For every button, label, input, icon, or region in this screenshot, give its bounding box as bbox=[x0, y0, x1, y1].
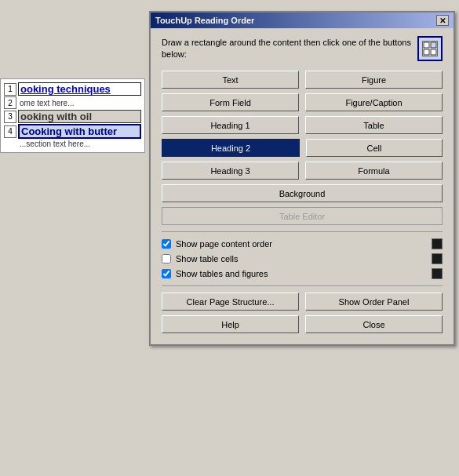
show-table-cells-checkbox[interactable] bbox=[162, 254, 171, 263]
tables-figures-color-swatch bbox=[432, 268, 443, 279]
show-page-content-order-label: Show page content order bbox=[176, 239, 427, 249]
figure-button[interactable]: Figure bbox=[305, 71, 443, 89]
doc-heading-3: ooking with oil bbox=[18, 110, 141, 123]
doc-text-5: ...section text here... bbox=[18, 140, 141, 148]
btn-row-3: Heading 1 Table bbox=[162, 116, 443, 134]
figure-caption-button[interactable]: Figure/Caption bbox=[305, 93, 443, 111]
doc-number-3: 3 bbox=[4, 111, 16, 123]
bottom-btn-row-2: Help Close bbox=[162, 315, 443, 333]
show-order-panel-button[interactable]: Show Order Panel bbox=[305, 293, 443, 311]
checkbox-row-2: Show table cells bbox=[162, 253, 443, 264]
doc-item-1: 1 ooking techniques bbox=[4, 82, 141, 96]
help-button[interactable]: Help bbox=[162, 315, 299, 333]
dialog-titlebar: TouchUp Reading Order ✕ bbox=[151, 13, 454, 28]
btn-row-4: Heading 2 Cell bbox=[162, 139, 443, 157]
svg-rect-1 bbox=[431, 42, 436, 48]
doc-number-2: 2 bbox=[4, 96, 16, 109]
show-tables-figures-checkbox[interactable] bbox=[162, 269, 171, 278]
bottom-btn-row-1: Clear Page Structure... Show Order Panel bbox=[162, 293, 443, 311]
show-page-content-order-checkbox[interactable] bbox=[162, 239, 171, 249]
heading3-button[interactable]: Heading 3 bbox=[162, 162, 299, 180]
structure-icon-inner bbox=[422, 41, 438, 56]
btn-row-2: Form Field Figure/Caption bbox=[162, 93, 443, 111]
svg-rect-2 bbox=[424, 49, 429, 55]
doc-number-1: 1 bbox=[4, 83, 16, 96]
doc-text-2: ome text here... bbox=[18, 99, 141, 107]
table-button[interactable]: Table bbox=[305, 116, 443, 134]
dialog-body: Draw a rectangle around the content then… bbox=[151, 28, 454, 344]
checkbox-row-3: Show tables and figures bbox=[162, 268, 443, 279]
formula-button[interactable]: Formula bbox=[305, 162, 443, 180]
doc-item-3: 3 ooking with oil bbox=[4, 110, 141, 123]
close-icon[interactable]: ✕ bbox=[436, 15, 449, 26]
cell-button[interactable]: Cell bbox=[306, 139, 443, 157]
separator-1 bbox=[162, 231, 443, 232]
btn-row-1: Text Figure bbox=[162, 71, 443, 89]
checkbox-row-1: Show page content order bbox=[162, 238, 443, 249]
doc-heading-1-text: ooking techniques bbox=[20, 83, 111, 95]
structure-svg bbox=[423, 42, 437, 56]
instruction-row: Draw a rectangle around the content then… bbox=[162, 36, 443, 61]
touchup-reading-order-dialog: TouchUp Reading Order ✕ Draw a rectangle… bbox=[149, 11, 455, 346]
doc-heading-selected: Cooking with butter bbox=[18, 124, 141, 139]
table-editor-button: Table Editor bbox=[162, 207, 443, 225]
btn-row-5: Heading 3 Formula bbox=[162, 162, 443, 180]
dialog-title: TouchUp Reading Order bbox=[155, 16, 254, 25]
doc-item-2: 2 ome text here... bbox=[4, 96, 141, 109]
show-tables-figures-label: Show tables and figures bbox=[176, 269, 427, 278]
clear-page-structure-button[interactable]: Clear Page Structure... bbox=[162, 293, 299, 311]
instruction-text: Draw a rectangle around the content then… bbox=[162, 37, 411, 61]
doc-number-4: 4 bbox=[4, 125, 16, 138]
doc-item-4: 4 Cooking with butter bbox=[4, 124, 141, 139]
doc-item-5: ...section text here... bbox=[4, 140, 141, 148]
structure-icon bbox=[417, 36, 443, 61]
text-button[interactable]: Text bbox=[162, 71, 299, 89]
doc-heading-1: ooking techniques bbox=[18, 82, 141, 96]
document-preview: 1 ooking techniques 2 ome text here... 3… bbox=[0, 78, 145, 153]
background-button[interactable]: Background bbox=[162, 184, 443, 202]
close-button[interactable]: Close bbox=[305, 315, 443, 333]
table-cells-color-swatch bbox=[432, 253, 443, 264]
page-content-color-swatch bbox=[432, 238, 443, 249]
heading2-button[interactable]: Heading 2 bbox=[162, 139, 300, 157]
separator-2 bbox=[162, 285, 443, 286]
show-table-cells-label: Show table cells bbox=[176, 254, 427, 263]
form-field-button[interactable]: Form Field bbox=[162, 93, 299, 111]
svg-rect-3 bbox=[431, 49, 436, 55]
heading1-button[interactable]: Heading 1 bbox=[162, 116, 299, 134]
svg-rect-0 bbox=[424, 42, 429, 48]
